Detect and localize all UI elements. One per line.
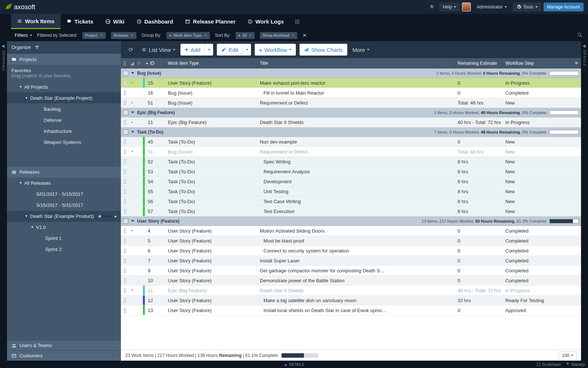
sortby-chip[interactable]: ID✕ — [236, 32, 255, 39]
table-row[interactable]: 45Task (To-Do)Non dev example0New — [121, 137, 581, 147]
manage-account-button[interactable]: Manage Account — [544, 3, 584, 11]
table-row[interactable]: 57Task (To-Do)Test Execution8 hrsNew — [121, 206, 581, 216]
group-header[interactable]: Task (To-Do)7 Items, 0 Hours Worked, 48 … — [121, 127, 581, 137]
table-row[interactable]: 5User Story (Feature)Must be blast proof… — [121, 236, 581, 246]
workflow-button[interactable]: »Workflow — [255, 44, 296, 56]
tab-release-planner[interactable]: Release Planner — [179, 14, 241, 29]
notifications-icon[interactable] — [427, 2, 437, 12]
close-icon[interactable]: ✕ — [249, 33, 252, 38]
table-row[interactable]: 11Epic (Big Feature)Death Star II Shield… — [121, 286, 581, 296]
customers-link[interactable]: Customers — [7, 350, 121, 361]
standup-link[interactable]: Standup — [566, 362, 585, 367]
tab-work-items[interactable]: Work Items — [11, 14, 61, 29]
details-toggle[interactable]: ▲DETAILS — [284, 362, 304, 367]
table-row[interactable]: 52Task (To-Do)Spec Writing8 hrsNew — [121, 157, 581, 167]
refresh-icon[interactable]: ⟳ — [125, 44, 136, 55]
table-row[interactable]: 54Task (To-Do)Development8 hrsNew — [121, 177, 581, 187]
group-header[interactable]: Bug (Issue)2 Items, 0 Hours Worked, 0 Ho… — [121, 68, 581, 78]
details-rail[interactable]: ⮜DETAILS — [581, 41, 588, 361]
tab-tickets[interactable]: Tickets — [61, 14, 99, 29]
tree-node[interactable]: V1.0 — [7, 222, 121, 233]
col-attachment[interactable] — [136, 58, 143, 68]
table-row[interactable]: 51Bug (Issue)Requirement or DefectTotal:… — [121, 98, 581, 108]
paperclip-icon — [137, 61, 141, 66]
filter-chip-project[interactable]: Project✕ — [82, 32, 105, 39]
tree-node[interactable]: All Projects — [7, 81, 121, 92]
add-dropdown[interactable] — [205, 44, 213, 56]
col-remaining[interactable]: Remaining Estimate — [455, 58, 502, 68]
close-icon[interactable]: ✕ — [130, 33, 134, 38]
table-row[interactable]: 12User Story (Feature)Make a big satelli… — [121, 296, 581, 305]
table-row[interactable]: 6User Story (Feature)Connect to security… — [121, 246, 581, 256]
tree-node[interactable]: 5/15/2017 - 5/31/2017 — [7, 200, 121, 211]
filters-menu[interactable]: Filters — [15, 33, 32, 38]
tree-node[interactable]: Death Star (Example Product)▸ — [7, 211, 121, 222]
more-menu[interactable]: More — [351, 47, 371, 53]
chart-icon — [304, 47, 309, 52]
tree-node[interactable]: Backlog — [7, 103, 121, 114]
filter-icon[interactable] — [35, 45, 40, 50]
tree-node[interactable]: Defense — [7, 114, 121, 125]
table-row[interactable]: 4User Story (Feature)Motion Activated Sl… — [121, 226, 581, 236]
group-header[interactable]: User Story (Feature)13 Items, 217 Hours … — [121, 216, 581, 226]
table-row[interactable]: 7User Story (Feature)Install Super Laser… — [121, 256, 581, 266]
table-row[interactable]: 15User Story (Feature)Make exhaust port-… — [121, 78, 581, 88]
help-menu[interactable]: Help — [439, 3, 460, 11]
table-row[interactable]: 13User Story (Feature)Install local shie… — [121, 305, 581, 315]
clear-filters-icon[interactable]: ✕ — [302, 32, 307, 38]
tree-node[interactable]: Death Star (Example Project) — [7, 92, 121, 103]
showcharts-button[interactable]: Show Charts — [300, 44, 347, 56]
col-title[interactable]: Title — [257, 58, 455, 68]
tab-dashboard[interactable]: Dashboard — [130, 14, 179, 29]
table-row[interactable]: 11Epic (Big Feature)Death Star II Shield… — [121, 117, 581, 127]
user-menu[interactable]: Administrator — [473, 3, 510, 11]
listview-menu[interactable]: List View — [140, 47, 177, 53]
brand-logo[interactable]: axosoft — [4, 3, 35, 11]
tree-node[interactable]: Infrastructure — [7, 125, 121, 137]
col-type[interactable]: Work Item Type — [165, 58, 257, 68]
scratchpad-link[interactable]: Scratchpad — [537, 362, 561, 367]
card-icon — [11, 353, 17, 358]
close-icon[interactable]: ✕ — [204, 33, 207, 38]
table-row[interactable]: 9User Story (Feature)Get garbage compact… — [121, 266, 581, 276]
tree-node[interactable]: Weapon Systems — [7, 137, 121, 148]
table-row[interactable]: 16Bug (Issue)Fill in tunnel to Main Reac… — [121, 88, 581, 98]
tab-wiki[interactable]: Wiki — [99, 14, 130, 29]
releases-section[interactable]: Releases — [7, 167, 121, 178]
avatar[interactable] — [462, 3, 471, 11]
leaf-icon — [4, 3, 12, 11]
groupby-chip[interactable]: Work Item Type✕ — [166, 32, 210, 39]
archived-chip[interactable]: Show Archived✕ — [260, 32, 297, 39]
projects-section[interactable]: Projects — [7, 54, 121, 65]
col-checkbox[interactable] — [121, 58, 129, 68]
organize-rail[interactable]: ⮜ORGANIZE — [0, 41, 7, 361]
table-row[interactable]: 51Bug (Issue)Requirement or DefectTotal:… — [121, 147, 581, 157]
close-icon[interactable]: ✕ — [291, 33, 295, 38]
edit-dropdown[interactable] — [243, 44, 251, 56]
tree-node[interactable]: Sprint 1 — [7, 233, 121, 244]
col-workflow[interactable]: Workflow Step — [502, 58, 572, 68]
tree-node[interactable]: All Releases — [7, 178, 121, 189]
table-row[interactable]: 10User Story (Feature)Demonstrate power … — [121, 276, 581, 286]
col-expand[interactable]: ◢ — [129, 58, 136, 68]
search-icon[interactable] — [577, 32, 583, 39]
tree-node[interactable]: Sprint 2 — [7, 244, 121, 255]
table-row[interactable]: 56Task (To-Do)Test Case Writing8 hrsNew — [121, 197, 581, 206]
tools-menu[interactable]: Tools — [513, 3, 541, 11]
users-teams-link[interactable]: Users & Teams — [7, 340, 121, 350]
tree-node[interactable]: 5/01/2017 - 5/15/2017 — [7, 189, 121, 200]
page-size[interactable]: 100 — [559, 351, 577, 360]
add-button[interactable]: +Add — [180, 44, 214, 56]
filter-chip-release[interactable]: Release✕ — [111, 32, 136, 39]
col-settings[interactable] — [572, 58, 581, 68]
add-tab-button[interactable] — [290, 14, 305, 29]
status-summary: 23 Work Items | 217 Hours Worked | 138 H… — [125, 353, 278, 358]
col-id[interactable]: ID — [143, 58, 165, 68]
table-row[interactable]: 53Task (To-Do)Requirement Analysis8 hrsN… — [121, 167, 581, 177]
group-header[interactable]: Epic (Big Feature)1 Items, 0 Hours Worke… — [121, 108, 581, 117]
svg-rect-10 — [12, 173, 16, 174]
edit-button[interactable]: Edit — [217, 44, 251, 56]
tab-work-logs[interactable]: Work Logs — [241, 14, 290, 29]
table-row[interactable]: 55Task (To-Do)Unit Testing8 hrsNew — [121, 187, 581, 197]
close-icon[interactable]: ✕ — [100, 33, 103, 38]
